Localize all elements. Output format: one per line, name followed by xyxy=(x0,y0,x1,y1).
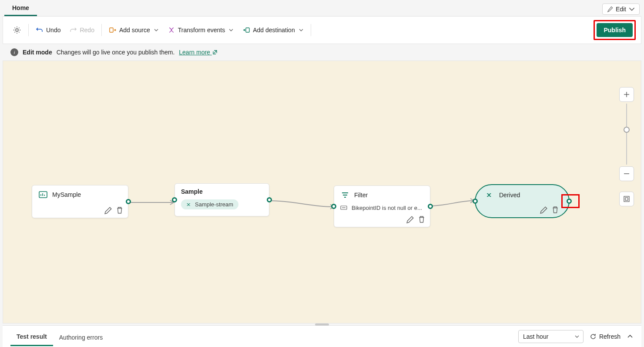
fit-screen-button[interactable] xyxy=(619,192,634,206)
tab-test-result[interactable]: Test result xyxy=(10,327,53,346)
chevron-down-icon xyxy=(228,27,234,33)
panel-drag-handle[interactable] xyxy=(315,323,329,326)
add-destination-label: Add destination xyxy=(253,27,295,34)
divider xyxy=(311,24,311,36)
node-filter[interactable]: Filter BikepointID is not null or e... xyxy=(334,185,430,227)
chevron-down-icon xyxy=(574,334,580,339)
chevron-down-icon xyxy=(629,6,635,12)
node-label: Filter xyxy=(354,192,368,199)
node-label: Sample xyxy=(181,188,203,195)
time-range-select[interactable]: Last hour xyxy=(518,330,584,343)
add-source-icon xyxy=(109,26,117,34)
minus-icon xyxy=(623,170,630,177)
node-derived[interactable]: Derived xyxy=(475,184,570,218)
info-icon: i xyxy=(10,48,18,56)
zoom-in-button[interactable] xyxy=(619,87,634,102)
expand-panel-button[interactable] xyxy=(627,333,634,340)
input-port[interactable] xyxy=(172,197,177,202)
svg-rect-1 xyxy=(110,28,113,32)
transform-label: Transform events xyxy=(178,27,225,34)
undo-button[interactable]: Undo xyxy=(31,24,65,36)
svg-rect-3 xyxy=(39,192,47,198)
edit-mode-message: Changes will go live once you publish th… xyxy=(57,49,175,56)
redo-button[interactable]: Redo xyxy=(65,24,98,36)
delete-node-icon[interactable] xyxy=(116,206,124,214)
transform-events-button[interactable]: Transform events xyxy=(163,24,238,36)
delete-node-icon[interactable] xyxy=(551,206,559,214)
svg-point-0 xyxy=(16,29,18,31)
edit-node-icon[interactable] xyxy=(540,206,548,214)
filter-detail: BikepointID is not null or e... xyxy=(352,205,422,211)
input-port[interactable] xyxy=(331,204,336,209)
refresh-icon xyxy=(590,333,597,340)
input-port[interactable] xyxy=(473,199,478,204)
plus-icon xyxy=(623,91,630,98)
pencil-icon xyxy=(607,6,613,12)
add-destination-button[interactable]: Add destination xyxy=(238,24,308,36)
stream-icon xyxy=(186,202,192,208)
edit-node-icon[interactable] xyxy=(406,216,414,223)
sample-stream-pill[interactable]: Sample-stream xyxy=(181,199,238,209)
node-label: Derived xyxy=(499,192,520,199)
add-source-label: Add source xyxy=(119,27,150,34)
flow-canvas[interactable]: MySample Sample Sample-stream Filter Bik xyxy=(3,61,641,323)
divider xyxy=(101,24,102,36)
add-source-button[interactable]: Add source xyxy=(104,24,163,36)
svg-rect-2 xyxy=(246,28,249,32)
settings-button[interactable] xyxy=(8,24,26,36)
node-sample[interactable]: Sample Sample-stream xyxy=(174,183,269,216)
redo-icon xyxy=(69,26,77,34)
chevron-down-icon xyxy=(154,27,159,33)
output-port[interactable] xyxy=(126,199,131,204)
undo-icon xyxy=(36,26,44,34)
undo-label: Undo xyxy=(46,27,60,34)
redo-label: Redo xyxy=(80,27,94,34)
refresh-list-label: Refresh xyxy=(599,333,621,340)
learn-more-link[interactable]: Learn more xyxy=(179,49,218,56)
output-port[interactable] xyxy=(428,204,433,209)
tab-authoring-errors[interactable]: Authoring errors xyxy=(53,328,109,345)
edit-mode-dropdown[interactable]: Edit xyxy=(602,3,640,15)
fit-icon xyxy=(623,195,630,202)
add-destination-icon xyxy=(242,26,250,34)
zoom-out-button[interactable] xyxy=(619,166,634,181)
svg-rect-5 xyxy=(624,196,629,202)
svg-rect-6 xyxy=(625,198,628,200)
publish-highlight: Publish xyxy=(594,20,636,40)
node-mysample[interactable]: MySample xyxy=(32,185,128,218)
edit-node-icon[interactable] xyxy=(104,206,112,214)
time-range-value: Last hour xyxy=(523,333,548,340)
stream-icon xyxy=(485,190,495,200)
divider xyxy=(28,24,29,36)
source-icon xyxy=(38,190,48,199)
zoom-slider[interactable] xyxy=(626,104,627,165)
delete-node-icon[interactable] xyxy=(418,216,426,223)
transform-icon xyxy=(168,26,175,34)
publish-button[interactable]: Publish xyxy=(597,23,633,37)
output-port[interactable] xyxy=(267,197,272,202)
port-highlight xyxy=(561,194,580,208)
gear-icon xyxy=(13,26,21,34)
pill-label: Sample-stream xyxy=(195,201,233,208)
edit-mode-label: Edit mode xyxy=(23,49,52,56)
filter-icon xyxy=(340,190,350,200)
refresh-button[interactable]: Refresh xyxy=(590,333,621,340)
tab-home[interactable]: Home xyxy=(4,2,37,16)
edit-label: Edit xyxy=(616,6,626,13)
chevron-down-icon xyxy=(299,27,304,33)
node-label: MySample xyxy=(52,191,81,198)
external-link-icon xyxy=(212,49,218,55)
zoom-thumb[interactable] xyxy=(624,127,630,133)
condition-icon xyxy=(340,204,347,211)
